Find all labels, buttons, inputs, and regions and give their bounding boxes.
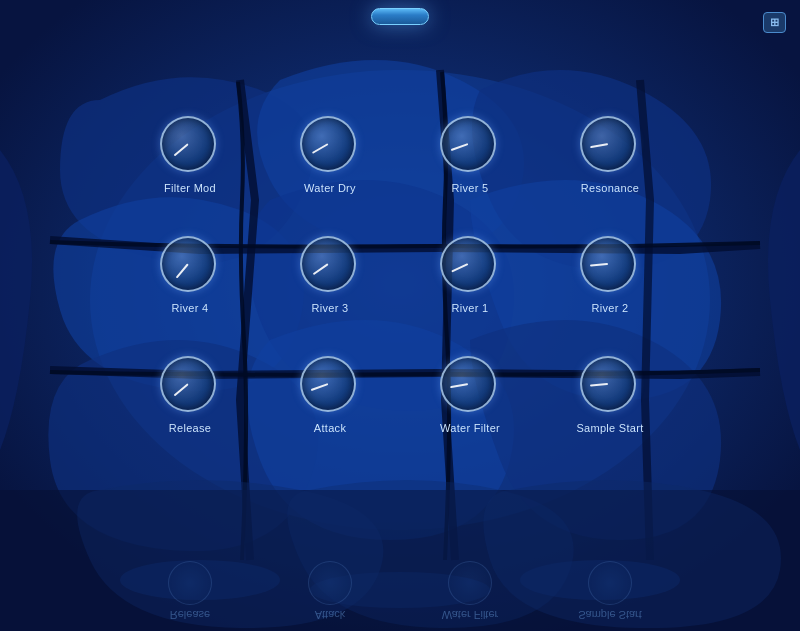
knob-wrapper-r0-c0 — [160, 116, 220, 176]
knob-wrapper-r2-c3 — [580, 356, 640, 416]
knob-indicator-r0-c1 — [312, 143, 329, 154]
knob-label-r0-c1: Water Dry — [304, 182, 356, 194]
uvi-logo: ⊞ — [763, 12, 786, 33]
title-box — [371, 8, 429, 25]
knob-label-r2-c1: Attack — [314, 422, 346, 434]
knob-wrapper-r2-c2 — [440, 356, 500, 416]
knob-label-r0-c2: River 5 — [452, 182, 489, 194]
knob-indicator-r0-c3 — [590, 143, 608, 148]
knob-circle-r1-c2[interactable] — [440, 236, 496, 292]
knob-cell-r2-c0[interactable]: Release — [120, 335, 260, 455]
knob-cell-r0-c1[interactable]: Water Dry — [260, 95, 400, 215]
knob-cell-r1-c3[interactable]: River 2 — [540, 215, 680, 335]
knob-cell-r2-c2[interactable]: Water Filter — [400, 335, 540, 455]
knob-circle-r0-c3[interactable] — [580, 116, 636, 172]
knob-wrapper-r1-c2 — [440, 236, 500, 296]
knob-indicator-r2-c2 — [450, 383, 468, 388]
knob-label-r1-c1: River 3 — [312, 302, 349, 314]
reflection-knob-1 — [308, 561, 352, 605]
knob-wrapper-r0-c2 — [440, 116, 500, 176]
header — [371, 8, 429, 25]
knob-label-r1-c2: River 1 — [452, 302, 489, 314]
knob-circle-r0-c1[interactable] — [300, 116, 356, 172]
knob-indicator-r1-c1 — [313, 263, 329, 275]
reflection-cell-3: Sample Start — [540, 553, 680, 621]
knob-circle-r0-c0[interactable] — [160, 116, 216, 172]
knob-indicator-r2-c3 — [590, 383, 608, 387]
knob-label-r1-c0: River 4 — [172, 302, 209, 314]
knob-cell-r1-c2[interactable]: River 1 — [400, 215, 540, 335]
knob-label-r1-c3: River 2 — [592, 302, 629, 314]
knob-wrapper-r2-c0 — [160, 356, 220, 416]
knob-indicator-r0-c0 — [174, 143, 189, 156]
knob-wrapper-r0-c1 — [300, 116, 360, 176]
knob-label-r2-c0: Release — [169, 422, 211, 434]
reflection-label-2: Water Filter — [442, 609, 498, 621]
knob-circle-r1-c3[interactable] — [580, 236, 636, 292]
knobs-grid: Filter ModWater DryRiver 5ResonanceRiver… — [120, 95, 680, 455]
uvi-text: ⊞ — [770, 16, 779, 28]
knob-cell-r0-c0[interactable]: Filter Mod — [120, 95, 260, 215]
knob-indicator-r1-c3 — [590, 263, 608, 267]
knob-wrapper-r1-c0 — [160, 236, 220, 296]
reflection-label-1: Attack — [315, 609, 346, 621]
knob-wrapper-r1-c1 — [300, 236, 360, 296]
knob-indicator-r0-c2 — [451, 143, 469, 151]
app-container: ⊞ Filter ModWater DryRiver 5ResonanceRiv… — [0, 0, 800, 631]
knob-indicator-r2-c1 — [311, 383, 329, 391]
knob-cell-r0-c3[interactable]: Resonance — [540, 95, 680, 215]
knob-indicator-r2-c0 — [174, 383, 189, 396]
knob-circle-r2-c1[interactable] — [300, 356, 356, 412]
reflection-label-0: Release — [170, 609, 210, 621]
knob-circle-r2-c0[interactable] — [160, 356, 216, 412]
knob-cell-r0-c2[interactable]: River 5 — [400, 95, 540, 215]
knob-label-r0-c0: Filter Mod — [164, 182, 216, 194]
reflection-cell-1: Attack — [260, 553, 400, 621]
reflection-knob-2 — [448, 561, 492, 605]
reflection-cell-0: Release — [120, 553, 260, 621]
reflection-area: ReleaseAttackWater FilterSample Start — [0, 486, 800, 631]
knob-label-r0-c3: Resonance — [581, 182, 639, 194]
knob-wrapper-r0-c3 — [580, 116, 640, 176]
reflection-cell-2: Water Filter — [400, 553, 540, 621]
knob-circle-r2-c2[interactable] — [440, 356, 496, 412]
knob-wrapper-r1-c3 — [580, 236, 640, 296]
knob-cell-r2-c1[interactable]: Attack — [260, 335, 400, 455]
knob-circle-r1-c0[interactable] — [160, 236, 216, 292]
reflection-label-3: Sample Start — [578, 609, 642, 621]
knob-cell-r1-c0[interactable]: River 4 — [120, 215, 260, 335]
reflection-knob-3 — [588, 561, 632, 605]
knob-indicator-r1-c0 — [176, 263, 189, 278]
reflection-knob-0 — [168, 561, 212, 605]
knob-circle-r1-c1[interactable] — [300, 236, 356, 292]
knob-wrapper-r2-c1 — [300, 356, 360, 416]
knob-label-r2-c2: Water Filter — [440, 422, 500, 434]
knob-indicator-r1-c2 — [451, 263, 468, 272]
knob-cell-r1-c1[interactable]: River 3 — [260, 215, 400, 335]
reflection-knobs-grid: ReleaseAttackWater FilterSample Start — [120, 553, 680, 621]
knob-circle-r0-c2[interactable] — [440, 116, 496, 172]
knob-cell-r2-c3[interactable]: Sample Start — [540, 335, 680, 455]
knob-circle-r2-c3[interactable] — [580, 356, 636, 412]
knob-label-r2-c3: Sample Start — [576, 422, 643, 434]
